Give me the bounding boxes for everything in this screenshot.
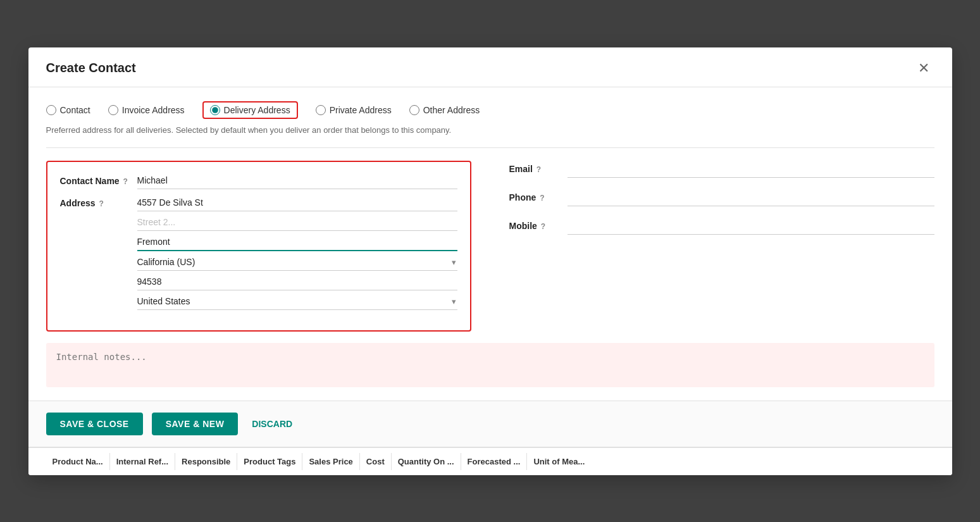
address-row: Address ? California (US) (60, 194, 457, 313)
col-sales-price: Sales Price (302, 453, 359, 470)
radio-delivery-label: Delivery Address (224, 105, 290, 115)
radio-private[interactable]: Private Address (316, 105, 392, 115)
mobile-row: Mobile ? (509, 218, 934, 235)
modal-header: Create Contact ✕ (28, 47, 952, 87)
contact-name-row: Contact Name ? (60, 172, 457, 189)
zip-input[interactable] (137, 273, 457, 290)
create-contact-modal: Create Contact ✕ Contact Invoice Address… (28, 47, 952, 475)
state-select[interactable]: California (US) (137, 254, 457, 271)
radio-private-input[interactable] (316, 105, 326, 115)
state-select-wrapper: California (US) (137, 254, 457, 271)
form-grid: Contact Name ? Address ? (46, 161, 934, 332)
modal-title: Create Contact (46, 61, 136, 75)
modal-overlay: Create Contact ✕ Contact Invoice Address… (0, 0, 980, 522)
email-help-icon[interactable]: ? (537, 165, 541, 174)
street2-input[interactable] (137, 214, 457, 231)
phone-input[interactable] (568, 189, 934, 206)
modal-body: Contact Invoice Address Delivery Address… (28, 87, 952, 401)
radio-contact[interactable]: Contact (46, 105, 90, 115)
street-input[interactable] (137, 194, 457, 211)
mobile-help-icon[interactable]: ? (541, 222, 545, 231)
col-quantity-on: Quantity On ... (392, 453, 461, 470)
email-input[interactable] (568, 161, 934, 178)
email-row: Email ? (509, 161, 934, 178)
bottom-bar: Product Na... Internal Ref... Responsibl… (28, 447, 952, 475)
radio-invoice-input[interactable] (108, 105, 118, 115)
form-section-right: Email ? Phone ? Mobi (509, 161, 934, 332)
contact-name-help-icon[interactable]: ? (123, 177, 128, 186)
col-product-tags: Product Tags (237, 453, 302, 470)
col-responsible: Responsible (175, 453, 237, 470)
col-unit-of-mea: Unit of Mea... (527, 453, 591, 470)
address-description: Preferred address for all deliveries. Se… (46, 125, 934, 135)
country-select[interactable]: United States (137, 293, 457, 310)
radio-delivery-input[interactable] (210, 105, 220, 115)
col-product-name: Product Na... (46, 453, 110, 470)
form-section-left: Contact Name ? Address ? (46, 161, 471, 332)
phone-label: Phone ? (509, 192, 560, 202)
radio-other-input[interactable] (409, 105, 419, 115)
internal-notes-input[interactable] (46, 343, 934, 387)
address-help-icon[interactable]: ? (99, 199, 103, 208)
country-select-wrapper: United States (137, 293, 457, 310)
address-label: Address ? (60, 194, 130, 208)
close-button[interactable]: ✕ (913, 59, 934, 78)
radio-other-label: Other Address (423, 105, 480, 115)
radio-delivery[interactable]: Delivery Address (202, 101, 298, 119)
address-type-row: Contact Invoice Address Delivery Address… (46, 101, 934, 119)
radio-contact-input[interactable] (46, 105, 56, 115)
col-forecasted: Forecasted ... (461, 453, 528, 470)
radio-private-label: Private Address (330, 105, 392, 115)
mobile-label: Mobile ? (509, 221, 560, 231)
col-internal-ref: Internal Ref... (110, 453, 175, 470)
section-divider (46, 147, 934, 148)
radio-invoice-label: Invoice Address (122, 105, 185, 115)
discard-button[interactable]: DISCARD (247, 413, 297, 435)
contact-name-label: Contact Name ? (60, 172, 130, 186)
phone-row: Phone ? (509, 189, 934, 206)
modal-footer: SAVE & CLOSE SAVE & NEW DISCARD (28, 401, 952, 447)
save-close-button[interactable]: SAVE & CLOSE (46, 413, 143, 435)
city-input[interactable] (137, 233, 457, 251)
radio-other[interactable]: Other Address (409, 105, 480, 115)
radio-invoice[interactable]: Invoice Address (108, 105, 185, 115)
contact-name-input[interactable] (137, 172, 457, 189)
radio-contact-label: Contact (60, 105, 90, 115)
mobile-input[interactable] (568, 218, 934, 235)
save-new-button[interactable]: SAVE & NEW (152, 413, 239, 435)
phone-help-icon[interactable]: ? (540, 194, 544, 202)
col-cost: Cost (360, 453, 392, 470)
address-fields: California (US) United States (137, 194, 457, 313)
email-label: Email ? (509, 164, 560, 174)
